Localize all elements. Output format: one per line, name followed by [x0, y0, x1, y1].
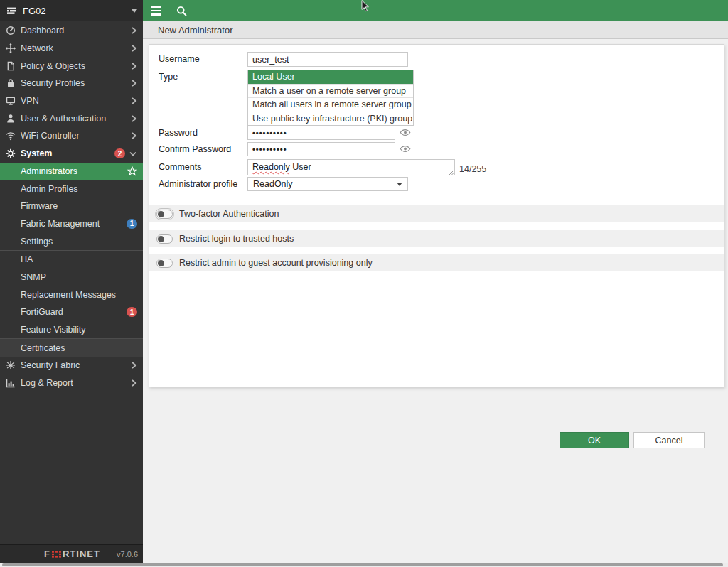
two-factor-authentication-toggle[interactable]: [156, 210, 173, 219]
sidebar-item-label: Network: [21, 43, 53, 53]
sidebar-item-replacement-messages[interactable]: Replacement Messages: [0, 286, 143, 303]
notification-badge: 2: [114, 148, 125, 158]
sidebar-item-feature-visibility[interactable]: Feature Visibility: [0, 321, 143, 339]
device-name: FG02: [23, 6, 46, 16]
sidebar-item-label: WiFi Controller: [21, 131, 80, 141]
notification-badge: 1: [127, 307, 137, 317]
sidebar-item-dashboard[interactable]: Dashboard: [0, 22, 143, 40]
sidebar-item-label: User & Authentication: [21, 114, 106, 124]
sidebar-item-label: Policy & Objects: [21, 61, 85, 71]
toggle-label: Two-factor Authentication: [179, 209, 279, 219]
menu-icon[interactable]: [151, 6, 161, 15]
toggle-label: Restrict login to trusted hosts: [179, 234, 294, 244]
chevron-right-icon: [131, 44, 137, 53]
fortigate-device-icon: [6, 5, 18, 16]
username-input[interactable]: [247, 52, 408, 67]
sidebar-item-label: Admin Profiles: [21, 184, 78, 194]
toggle-knob: [158, 236, 164, 242]
horizontal-scrollbar-thumb[interactable]: [2, 563, 723, 566]
sidebar-item-label: System: [21, 148, 52, 158]
sidebar-item-snmp[interactable]: SNMP: [0, 269, 143, 286]
sidebar-item-log-and-report[interactable]: Log & Report: [0, 374, 143, 392]
sidebar-item-label: FortiGuard: [21, 307, 63, 317]
fortinet-logo: FRTINET: [44, 549, 100, 559]
person-icon: [4, 113, 16, 124]
type-label: Type: [159, 70, 245, 85]
sidebar-item-fabric-management[interactable]: Fabric Management1: [0, 215, 143, 233]
page-title: New Administrator: [158, 25, 232, 36]
sidebar-item-fortiguard[interactable]: FortiGuard1: [0, 303, 143, 321]
comments-char-counter: 14/255: [459, 164, 486, 174]
sidebar-item-label: Log & Report: [21, 378, 73, 388]
device-dropdown-caret-icon: [132, 9, 137, 13]
type-option-use-public-key-infrastructure-pki-group[interactable]: Use public key infrastructure (PKI) grou…: [248, 112, 413, 126]
type-option-match-all-users-in-a-remote-server-group[interactable]: Match all users in a remote server group: [248, 97, 413, 112]
monitor-icon: [4, 95, 16, 107]
comments-textarea[interactable]: Readonly User: [247, 159, 455, 176]
sidebar-item-label: HA: [21, 254, 33, 264]
sidebar-item-label: Certificates: [21, 343, 65, 353]
sidebar-item-label: Security Fabric: [21, 360, 80, 370]
sidebar-item-label: Settings: [21, 237, 53, 247]
chevron-right-icon: [131, 379, 137, 387]
sidebar: FG02 DashboardNetworkPolicy & ObjectsSec…: [0, 0, 143, 563]
sidebar-item-system[interactable]: System2: [0, 145, 143, 163]
sidebar-item-policy-and-objects[interactable]: Policy & Objects: [0, 57, 143, 75]
textarea-resize-handle-icon[interactable]: [449, 170, 454, 176]
device-selector[interactable]: FG02: [0, 0, 143, 21]
toggle-label: Restrict admin to guest account provisio…: [179, 258, 373, 268]
restrict-login-to-trusted-hosts-toggle[interactable]: [156, 234, 173, 244]
horizontal-scrollbar: [0, 563, 728, 567]
toggle-row-restrict-admin-to-guest-account-provisioning-only: Restrict admin to guest account provisio…: [149, 254, 724, 271]
toggle-knob: [158, 260, 164, 266]
sidebar-item-certificates[interactable]: Certificates: [0, 339, 143, 357]
sidebar-item-vpn[interactable]: VPN: [0, 92, 143, 110]
username-label: Username: [159, 52, 245, 67]
sidebar-item-label: Administrators: [21, 166, 77, 176]
restrict-admin-to-guest-account-provisioning-only-toggle[interactable]: [156, 259, 173, 268]
notification-badge: 1: [127, 219, 137, 229]
sidebar-item-wifi-controller[interactable]: WiFi Controller: [0, 127, 143, 145]
favorite-star-icon[interactable]: [127, 166, 137, 176]
chevron-right-icon: [131, 114, 137, 123]
type-option-local-user[interactable]: Local User: [248, 70, 413, 84]
ok-button[interactable]: OK: [560, 432, 629, 448]
chevron-right-icon: [131, 97, 137, 105]
comments-label: Comments: [159, 160, 245, 175]
sidebar-item-label: SNMP: [21, 272, 46, 282]
sidebar-item-admin-profiles[interactable]: Admin Profiles: [0, 180, 143, 198]
sidebar-item-label: Fabric Management: [21, 219, 100, 229]
chevron-down-icon: [397, 183, 402, 186]
arrows-move-icon: [4, 43, 16, 54]
sidebar-item-settings[interactable]: Settings: [0, 232, 143, 250]
chevron-right-icon: [131, 361, 137, 369]
sidebar-item-network[interactable]: Network: [0, 40, 143, 58]
sidebar-footer: FRTINET v7.0.6: [0, 544, 143, 563]
topbar: [143, 0, 728, 21]
sidebar-item-security-fabric[interactable]: Security Fabric: [0, 357, 143, 374]
document-icon: [4, 60, 16, 72]
sidebar-item-ha[interactable]: HA: [0, 251, 143, 269]
sidebar-item-security-profiles[interactable]: Security Profiles: [0, 75, 143, 92]
password-show-eye-icon[interactable]: [400, 128, 412, 138]
toggle-row-restrict-login-to-trusted-hosts: Restrict login to trusted hosts: [149, 230, 724, 247]
gauge-icon: [4, 25, 16, 36]
sidebar-item-firmware[interactable]: Firmware: [0, 198, 143, 215]
admin-profile-select[interactable]: ReadOnly: [247, 177, 408, 191]
search-icon[interactable]: [176, 5, 188, 17]
password-label: Password: [159, 126, 245, 141]
sidebar-item-label: VPN: [21, 96, 39, 106]
type-option-match-a-user-on-a-remote-server-group[interactable]: Match a user on a remote server group: [248, 84, 413, 98]
chevron-right-icon: [131, 62, 137, 70]
confirm-password-show-eye-icon[interactable]: [400, 144, 412, 154]
type-listbox: Local UserMatch a user on a remote serve…: [247, 70, 414, 126]
sidebar-item-administrators[interactable]: Administrators: [0, 163, 143, 180]
confirm-password-input[interactable]: [247, 142, 395, 156]
toggle-knob: [158, 211, 164, 217]
sidebar-item-user-and-authentication[interactable]: User & Authentication: [0, 109, 143, 127]
cancel-button[interactable]: Cancel: [633, 432, 705, 448]
toggle-row-two-factor-authentication: Two-factor Authentication: [149, 205, 724, 222]
sidebar-item-label: Replacement Messages: [21, 290, 116, 300]
sidebar-item-label: Dashboard: [21, 26, 64, 36]
password-input[interactable]: [247, 126, 395, 140]
